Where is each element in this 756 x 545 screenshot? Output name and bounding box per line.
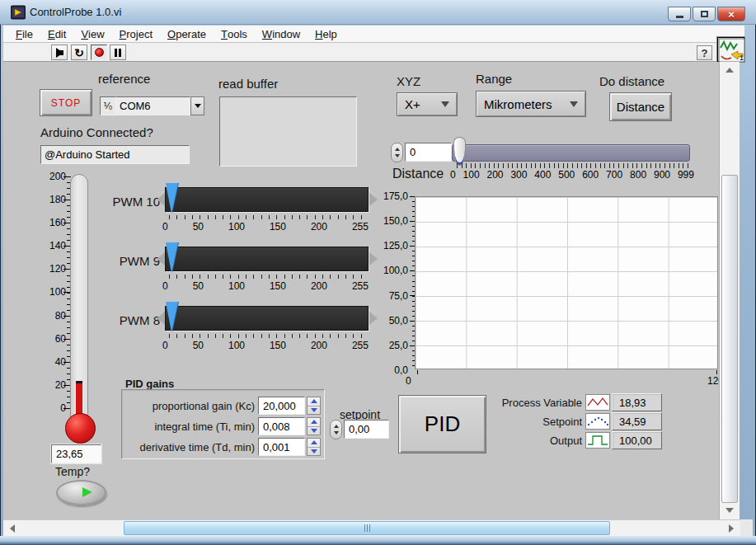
- distance-scale-label: 200: [487, 169, 504, 181]
- ring-arrow-icon: [441, 101, 449, 107]
- range-label: Range: [476, 72, 512, 86]
- proportional-gain-label: proportional gain (Kc): [127, 400, 255, 412]
- scroll-left-icon[interactable]: [10, 524, 15, 533]
- abort-button[interactable]: [91, 45, 107, 60]
- pwm9-scale: 050100150200255: [162, 280, 369, 292]
- pwm8-slider-track[interactable]: [165, 306, 369, 331]
- vertical-scrollbar-thumb[interactable]: [721, 175, 738, 503]
- distance-scale-label: 900: [654, 169, 670, 181]
- pwm9-slider-handle[interactable]: [166, 242, 178, 273]
- range-ring[interactable]: Mikrometers: [476, 91, 586, 117]
- context-help-button[interactable]: ?: [697, 45, 712, 60]
- decrement-icon: [395, 154, 400, 157]
- setpoint-value: 34,59: [612, 412, 662, 430]
- thermometer-tube[interactable]: [70, 174, 88, 418]
- process-variable-plot-icon[interactable]: [585, 394, 610, 411]
- titlebar[interactable]: ControlProbe 1.0.vi ×: [0, 0, 756, 25]
- toolbar: ↻: [3, 43, 744, 62]
- maximize-icon: [701, 11, 708, 17]
- do-distance-label: Do distance: [599, 74, 664, 88]
- distance-button[interactable]: Distance: [609, 92, 672, 121]
- pwm10-slider-handle[interactable]: [166, 183, 178, 214]
- output-plot-icon[interactable]: [585, 432, 610, 449]
- pause-icon: [114, 45, 122, 60]
- xyz-ring[interactable]: X+: [397, 92, 458, 116]
- stop-button[interactable]: STOP: [40, 89, 92, 116]
- reference-value: COM6: [116, 96, 190, 115]
- run-icon: [56, 48, 63, 58]
- distance-value-field[interactable]: 0: [405, 143, 452, 162]
- run-continuously-button[interactable]: ↻: [71, 45, 87, 60]
- xyz-value: X+: [405, 97, 420, 111]
- pid-button[interactable]: PID: [398, 395, 486, 453]
- distance-slider-track[interactable]: [452, 144, 690, 162]
- setpoint-plot-icon[interactable]: [585, 413, 610, 430]
- scroll-right-icon[interactable]: [729, 524, 734, 533]
- decrement-icon: [311, 449, 317, 453]
- distance-slider-handle[interactable]: [453, 137, 466, 166]
- pause-button[interactable]: [110, 45, 126, 60]
- reference-dropdown-button[interactable]: [190, 96, 204, 115]
- output-legend-label: Output: [491, 435, 582, 447]
- increment-icon: [395, 148, 400, 151]
- vertical-scrollbar[interactable]: [719, 62, 740, 519]
- waveform-chart-plot[interactable]: [415, 196, 718, 369]
- menu-item[interactable]: Window: [255, 26, 308, 42]
- pwm-scale-label: 150: [270, 280, 286, 292]
- run-button[interactable]: [51, 45, 68, 60]
- proportional-gain-spinner[interactable]: [307, 397, 321, 415]
- menu-item[interactable]: Operate: [160, 26, 214, 42]
- horizontal-scrollbar-thumb[interactable]: [124, 521, 610, 535]
- horizontal-scrollbar[interactable]: [3, 519, 740, 536]
- distance-button-label: Distance: [617, 100, 664, 114]
- menu-item[interactable]: Project: [112, 26, 160, 42]
- integral-time-spinner[interactable]: [307, 417, 321, 435]
- pwm10-ticks: [169, 215, 365, 219]
- y-tick-label: 50,0: [389, 315, 408, 327]
- derivative-time-spinner[interactable]: [307, 438, 321, 456]
- derivative-time-field[interactable]: 0,001: [258, 438, 305, 456]
- scroll-up-icon[interactable]: [725, 68, 734, 73]
- increment-icon: [311, 440, 317, 444]
- distance-scale-label: 100: [463, 169, 480, 181]
- y-tick-label: 175,0: [383, 190, 408, 202]
- abort-icon: [95, 48, 104, 57]
- pwm-scale-label: 0: [162, 280, 168, 292]
- pwm-scale-label: 100: [228, 280, 245, 292]
- reference-combo[interactable]: ⅟₀ COM6: [100, 96, 204, 115]
- pwm-scale-label: 255: [352, 340, 369, 351]
- distance-scale-label: 999: [678, 169, 694, 181]
- pwm-scale-label: 200: [311, 280, 327, 292]
- pwm10-slider-track[interactable]: [165, 187, 369, 212]
- y-tick-label: 0,0: [394, 364, 408, 376]
- setpoint-field[interactable]: 0,00: [344, 420, 389, 439]
- distance-spinner[interactable]: [391, 143, 403, 162]
- menu-item[interactable]: Edit: [40, 26, 73, 42]
- resize-grip[interactable]: [740, 519, 753, 536]
- distance-scale-label: 600: [582, 169, 599, 181]
- distance-scale-label: 700: [606, 169, 622, 181]
- maximize-button[interactable]: [693, 7, 716, 21]
- xyz-label: XYZ: [397, 74, 420, 88]
- menu-item[interactable]: File: [8, 26, 40, 42]
- proportional-gain-field[interactable]: 20,000: [258, 397, 305, 415]
- close-button[interactable]: ×: [717, 7, 745, 21]
- minimize-button[interactable]: [668, 7, 691, 21]
- menu-item[interactable]: Tools: [214, 26, 255, 42]
- setpoint-spinner[interactable]: [330, 420, 342, 439]
- pwm9-slider-track[interactable]: [165, 247, 369, 271]
- temp-value-field[interactable]: 23,65: [51, 444, 101, 463]
- y-tick-label: 125,0: [383, 240, 408, 251]
- menu-item[interactable]: Help: [308, 26, 345, 42]
- menu-item[interactable]: View: [73, 26, 111, 42]
- integral-time-field[interactable]: 0,008: [258, 417, 305, 435]
- arduino-connected-field[interactable]: @Arduino Started: [40, 145, 190, 164]
- stop-button-label: STOP: [51, 97, 81, 109]
- y-tick-label: 100,0: [383, 265, 408, 276]
- read-buffer-field[interactable]: [219, 96, 357, 167]
- pwm8-slider-handle[interactable]: [166, 302, 178, 332]
- setpoint-legend-label: Setpoint: [491, 416, 582, 428]
- scroll-down-icon[interactable]: [725, 508, 734, 513]
- temp-led-button[interactable]: [56, 480, 106, 505]
- pwm-scale-label: 150: [270, 221, 286, 233]
